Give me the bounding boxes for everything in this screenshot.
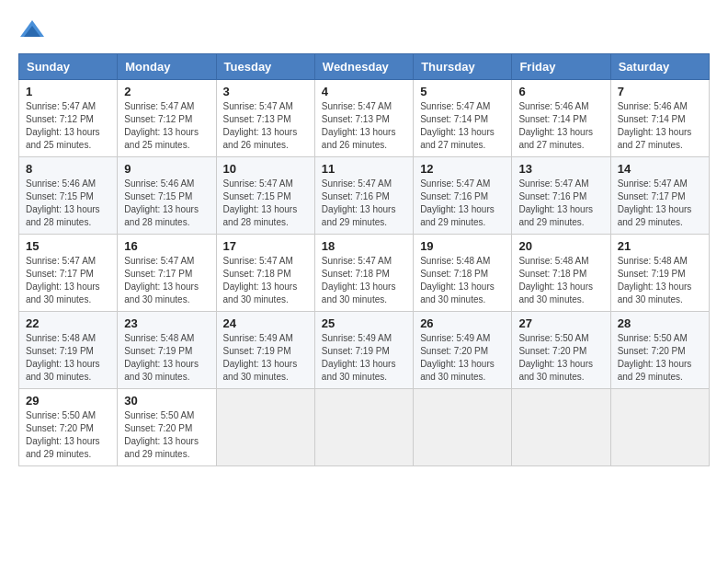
calendar-day-cell: 11Sunrise: 5:47 AMSunset: 7:16 PMDayligh…: [314, 157, 413, 235]
day-number: 6: [518, 85, 603, 98]
calendar-day-cell: 17Sunrise: 5:47 AMSunset: 7:18 PMDayligh…: [216, 235, 314, 312]
calendar-week-row: 1Sunrise: 5:47 AMSunset: 7:12 PMDaylight…: [19, 80, 710, 157]
day-info: Sunrise: 5:48 AMSunset: 7:18 PMDaylight:…: [420, 255, 505, 306]
day-info: Sunrise: 5:50 AMSunset: 7:20 PMDaylight:…: [124, 409, 209, 461]
day-number: 26: [420, 316, 505, 330]
calendar-day-cell: 3Sunrise: 5:47 AMSunset: 7:13 PMDaylight…: [216, 80, 314, 157]
calendar-day-cell: 14Sunrise: 5:47 AMSunset: 7:17 PMDayligh…: [610, 157, 709, 235]
calendar-day-cell: 8Sunrise: 5:46 AMSunset: 7:15 PMDaylight…: [19, 157, 118, 235]
day-number: 13: [518, 162, 603, 176]
day-info: Sunrise: 5:50 AMSunset: 7:20 PMDaylight:…: [26, 409, 110, 461]
day-info: Sunrise: 5:47 AMSunset: 7:16 PMDaylight:…: [518, 178, 603, 229]
day-info: Sunrise: 5:46 AMSunset: 7:15 PMDaylight:…: [26, 178, 110, 229]
logo-icon: [18, 18, 46, 46]
day-number: 16: [124, 239, 209, 253]
day-number: 10: [223, 162, 308, 176]
day-number: 23: [124, 316, 209, 330]
header-cell-tuesday: Tuesday: [216, 54, 314, 80]
calendar-day-cell: [512, 389, 610, 466]
day-number: 18: [322, 239, 406, 253]
day-info: Sunrise: 5:47 AMSunset: 7:12 PMDaylight:…: [26, 100, 110, 152]
day-info: Sunrise: 5:49 AMSunset: 7:19 PMDaylight:…: [322, 332, 406, 384]
day-info: Sunrise: 5:47 AMSunset: 7:17 PMDaylight:…: [618, 178, 702, 229]
calendar-day-cell: 7Sunrise: 5:46 AMSunset: 7:14 PMDaylight…: [610, 80, 709, 157]
day-info: Sunrise: 5:47 AMSunset: 7:16 PMDaylight:…: [420, 178, 505, 229]
calendar-day-cell: 21Sunrise: 5:48 AMSunset: 7:19 PMDayligh…: [610, 235, 709, 312]
calendar-day-cell: 22Sunrise: 5:48 AMSunset: 7:19 PMDayligh…: [19, 312, 118, 389]
day-number: 15: [26, 239, 110, 253]
calendar-day-cell: 9Sunrise: 5:46 AMSunset: 7:15 PMDaylight…: [118, 157, 216, 235]
calendar-day-cell: 12Sunrise: 5:47 AMSunset: 7:16 PMDayligh…: [414, 157, 512, 235]
day-info: Sunrise: 5:46 AMSunset: 7:15 PMDaylight:…: [124, 178, 209, 229]
day-number: 28: [618, 316, 702, 330]
day-info: Sunrise: 5:49 AMSunset: 7:20 PMDaylight:…: [420, 332, 505, 384]
calendar-day-cell: 28Sunrise: 5:50 AMSunset: 7:20 PMDayligh…: [610, 312, 709, 389]
calendar-day-cell: 16Sunrise: 5:47 AMSunset: 7:17 PMDayligh…: [118, 235, 216, 312]
calendar-day-cell: [216, 389, 314, 466]
day-info: Sunrise: 5:49 AMSunset: 7:19 PMDaylight:…: [223, 332, 308, 384]
day-number: 20: [518, 239, 603, 253]
day-number: 21: [618, 239, 702, 253]
calendar-day-cell: 13Sunrise: 5:47 AMSunset: 7:16 PMDayligh…: [512, 157, 610, 235]
day-info: Sunrise: 5:47 AMSunset: 7:13 PMDaylight:…: [322, 100, 406, 152]
day-number: 2: [124, 85, 209, 98]
day-number: 12: [420, 162, 505, 176]
day-number: 1: [26, 85, 110, 98]
calendar-day-cell: 25Sunrise: 5:49 AMSunset: 7:19 PMDayligh…: [314, 312, 413, 389]
day-number: 3: [223, 85, 308, 98]
day-info: Sunrise: 5:48 AMSunset: 7:18 PMDaylight:…: [518, 255, 603, 306]
calendar-day-cell: [414, 389, 512, 466]
calendar-day-cell: 6Sunrise: 5:46 AMSunset: 7:14 PMDaylight…: [512, 80, 610, 157]
calendar-day-cell: 30Sunrise: 5:50 AMSunset: 7:20 PMDayligh…: [118, 389, 216, 466]
day-number: 4: [322, 85, 406, 98]
calendar-week-row: 15Sunrise: 5:47 AMSunset: 7:17 PMDayligh…: [19, 235, 710, 312]
day-info: Sunrise: 5:47 AMSunset: 7:18 PMDaylight:…: [322, 255, 406, 306]
calendar-day-cell: 27Sunrise: 5:50 AMSunset: 7:20 PMDayligh…: [512, 312, 610, 389]
day-number: 7: [618, 85, 702, 98]
day-number: 8: [26, 162, 110, 176]
day-info: Sunrise: 5:47 AMSunset: 7:13 PMDaylight:…: [223, 100, 308, 152]
calendar-day-cell: 19Sunrise: 5:48 AMSunset: 7:18 PMDayligh…: [414, 235, 512, 312]
day-number: 25: [322, 316, 406, 330]
calendar-day-cell: 4Sunrise: 5:47 AMSunset: 7:13 PMDaylight…: [314, 80, 413, 157]
header-cell-sunday: Sunday: [19, 54, 118, 80]
logo: [18, 18, 50, 46]
day-number: 24: [223, 316, 308, 330]
day-info: Sunrise: 5:50 AMSunset: 7:20 PMDaylight:…: [518, 332, 603, 384]
calendar-day-cell: 10Sunrise: 5:47 AMSunset: 7:15 PMDayligh…: [216, 157, 314, 235]
day-number: 5: [420, 85, 505, 98]
calendar-day-cell: 20Sunrise: 5:48 AMSunset: 7:18 PMDayligh…: [512, 235, 610, 312]
calendar-table: SundayMondayTuesdayWednesdayThursdayFrid…: [18, 53, 710, 466]
day-info: Sunrise: 5:46 AMSunset: 7:14 PMDaylight:…: [518, 100, 603, 152]
calendar-header-row: SundayMondayTuesdayWednesdayThursdayFrid…: [19, 54, 710, 80]
day-number: 9: [124, 162, 209, 176]
day-info: Sunrise: 5:46 AMSunset: 7:14 PMDaylight:…: [618, 100, 702, 152]
day-number: 19: [420, 239, 505, 253]
day-info: Sunrise: 5:48 AMSunset: 7:19 PMDaylight:…: [618, 255, 702, 306]
calendar-day-cell: 15Sunrise: 5:47 AMSunset: 7:17 PMDayligh…: [19, 235, 118, 312]
calendar-day-cell: [314, 389, 413, 466]
calendar-day-cell: 18Sunrise: 5:47 AMSunset: 7:18 PMDayligh…: [314, 235, 413, 312]
day-number: 30: [124, 394, 209, 408]
day-info: Sunrise: 5:48 AMSunset: 7:19 PMDaylight:…: [26, 332, 110, 384]
day-info: Sunrise: 5:47 AMSunset: 7:12 PMDaylight:…: [124, 100, 209, 152]
calendar-day-cell: 1Sunrise: 5:47 AMSunset: 7:12 PMDaylight…: [19, 80, 118, 157]
calendar-day-cell: 29Sunrise: 5:50 AMSunset: 7:20 PMDayligh…: [19, 389, 118, 466]
day-info: Sunrise: 5:47 AMSunset: 7:15 PMDaylight:…: [223, 178, 308, 229]
day-number: 11: [322, 162, 406, 176]
day-info: Sunrise: 5:47 AMSunset: 7:17 PMDaylight:…: [124, 255, 209, 306]
day-info: Sunrise: 5:47 AMSunset: 7:17 PMDaylight:…: [26, 255, 110, 306]
day-number: 14: [618, 162, 702, 176]
header-cell-saturday: Saturday: [610, 54, 709, 80]
calendar-day-cell: 2Sunrise: 5:47 AMSunset: 7:12 PMDaylight…: [118, 80, 216, 157]
header: [18, 18, 710, 46]
day-number: 29: [26, 394, 110, 408]
day-info: Sunrise: 5:48 AMSunset: 7:19 PMDaylight:…: [124, 332, 209, 384]
calendar-week-row: 29Sunrise: 5:50 AMSunset: 7:20 PMDayligh…: [19, 389, 710, 466]
header-cell-monday: Monday: [118, 54, 216, 80]
day-number: 17: [223, 239, 308, 253]
calendar-day-cell: [610, 389, 709, 466]
header-cell-wednesday: Wednesday: [314, 54, 413, 80]
day-info: Sunrise: 5:47 AMSunset: 7:14 PMDaylight:…: [420, 100, 505, 152]
day-info: Sunrise: 5:47 AMSunset: 7:18 PMDaylight:…: [223, 255, 308, 306]
